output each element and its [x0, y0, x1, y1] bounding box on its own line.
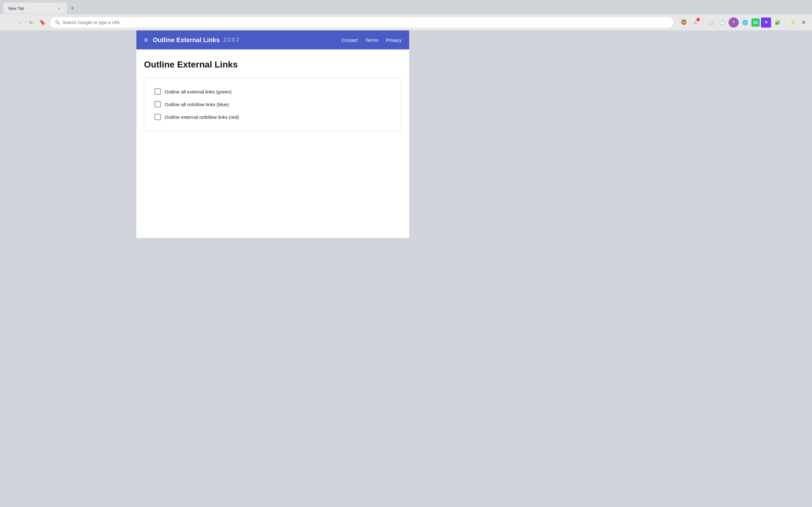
browser-chrome: New Tab × + ‹ › ↻ 🔖 🔍 🦁 ⚠ 1	[0, 0, 812, 31]
below-page	[0, 238, 812, 507]
app-version: 2.0.0.2	[223, 37, 239, 43]
option-row-2: Outline all nofollow links (blue)	[154, 98, 391, 111]
reload-button[interactable]: ↻	[27, 18, 36, 27]
bookmark-icon: 🔖	[39, 19, 46, 25]
hamburger-icon: ≡	[144, 37, 148, 44]
tab-bar: New Tab × +	[0, 0, 812, 14]
header-nav: Contact Terms Privacy	[341, 38, 402, 43]
page-container: ≡ Outline External Links 2.0.0.2 Contact…	[136, 31, 409, 238]
page-space	[136, 141, 409, 238]
privacy-link[interactable]: Privacy	[386, 38, 402, 43]
reload-icon: ↻	[29, 20, 33, 25]
window-icon[interactable]: ⬜	[706, 17, 716, 27]
app-title: Outline External Links	[153, 37, 220, 44]
option-label-2: Outline all nofollow links (blue)	[165, 102, 229, 107]
option-row-1: Outline all external links (green)	[154, 85, 391, 98]
active-tab[interactable]: New Tab ×	[3, 3, 67, 14]
hamburger-menu-button[interactable]: ≡	[144, 37, 148, 44]
toolbar-separator2	[785, 19, 785, 26]
option-label-3: Outline external nofollow links (red)	[165, 114, 239, 120]
extensions-icon[interactable]: 🧩	[772, 17, 782, 27]
page-title: Outline External Links	[144, 60, 402, 70]
speed-dial-icon[interactable]: ⚡	[788, 17, 798, 27]
app-header: ≡ Outline External Links 2.0.0.2 Contact…	[136, 31, 409, 49]
address-bar: ‹ › ↻ 🔖 🔍 🦁 ⚠ 1 ⬜ 🕐	[0, 14, 812, 31]
checkbox-external-nofollow[interactable]	[154, 114, 161, 120]
forward-icon: ›	[19, 20, 20, 25]
brave-shield-icon[interactable]: 🦁	[679, 17, 689, 27]
x-extension-icon[interactable]: ✕	[761, 17, 771, 27]
terms-link[interactable]: Terms	[365, 38, 378, 43]
clock-icon[interactable]: 🕐	[717, 17, 727, 27]
contact-link[interactable]: Contact	[341, 38, 358, 43]
tab-title: New Tab	[8, 6, 54, 11]
search-bar[interactable]: 🔍	[49, 17, 674, 28]
search-input[interactable]	[62, 20, 668, 25]
checkbox-external-links[interactable]	[154, 89, 161, 95]
help-icon[interactable]: ?	[728, 17, 739, 27]
options-card: Outline all external links (green) Outli…	[144, 77, 402, 131]
browser-menu-button[interactable]: ≡	[799, 18, 808, 27]
option-row-3: Outline external nofollow links (red)	[154, 111, 391, 123]
browser-extensions: 🦁 ⚠ 1 ⬜ 🕐 ? 🌐 SS ✕ 🧩 ⚡ ≡	[679, 17, 808, 27]
toolbar-separator	[703, 19, 703, 26]
new-tab-button[interactable]: +	[68, 4, 77, 13]
alert-icon[interactable]: ⚠ 1	[690, 17, 700, 27]
option-label-1: Outline all external links (green)	[165, 89, 232, 95]
back-button[interactable]: ‹	[4, 18, 13, 27]
tab-close-button[interactable]: ×	[56, 6, 61, 11]
bookmark-button[interactable]: 🔖	[38, 18, 47, 27]
search-icon: 🔍	[55, 20, 60, 25]
back-icon: ‹	[8, 20, 9, 25]
forward-button[interactable]: ›	[15, 18, 24, 27]
ss-extension-icon[interactable]: SS	[751, 18, 760, 26]
globe-icon[interactable]: 🌐	[740, 17, 750, 27]
main-content: Outline External Links Outline all exter…	[136, 49, 409, 141]
checkbox-nofollow-links[interactable]	[154, 101, 161, 107]
